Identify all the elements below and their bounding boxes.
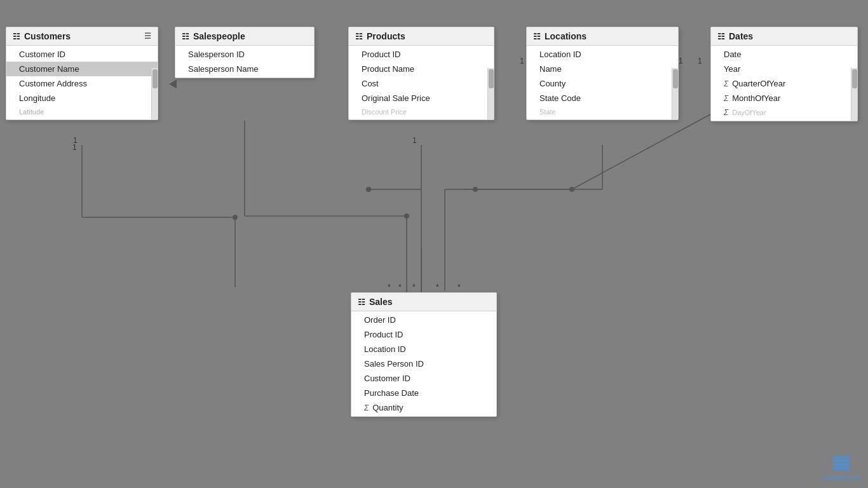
field-label: Location ID (539, 50, 581, 59)
svg-point-34 (404, 214, 409, 219)
table-row[interactable]: Date (711, 47, 857, 62)
sales-table: ☷ Sales Order ID Product ID Location ID … (351, 292, 497, 417)
customers-title: Customers (24, 31, 71, 41)
table-row[interactable]: Σ MonthOfYear (711, 91, 857, 105)
svg-text:*: * (436, 283, 439, 292)
scrollbar-thumb[interactable] (673, 69, 678, 88)
svg-text:1: 1 (412, 136, 417, 145)
field-label: Salesperson ID (188, 50, 245, 59)
field-label: Date (724, 50, 741, 59)
field-label: Product ID (364, 330, 403, 339)
field-label: Cost (362, 79, 379, 88)
svg-point-8 (366, 187, 371, 192)
table-row[interactable]: County (527, 76, 678, 91)
table-row[interactable]: Product Name (349, 62, 494, 76)
table-icon: ☷ (717, 32, 725, 41)
customers-menu-icon[interactable]: ☰ (144, 32, 151, 41)
dates-table-header: ☷ Dates (711, 27, 857, 46)
field-label: Product Name (362, 64, 414, 74)
svg-rect-39 (832, 467, 849, 470)
products-table-header: ☷ Products (349, 27, 494, 46)
field-label: State Code (539, 93, 581, 103)
table-icon: ☷ (182, 32, 189, 41)
svg-point-18 (473, 187, 478, 192)
field-label: State (539, 108, 556, 116)
table-row[interactable]: Salesperson Name (175, 62, 314, 76)
products-table: ☷ Products Product ID Product Name Cost … (348, 27, 494, 120)
field-label: Discount Price (362, 108, 407, 116)
table-row[interactable]: Latitude (6, 105, 158, 118)
table-icon: ☷ (13, 32, 20, 41)
table-row[interactable]: Sales Person ID (351, 356, 496, 371)
table-row[interactable]: Customer Name (6, 62, 158, 76)
salespeople-title: Salespeople (193, 31, 245, 41)
table-row[interactable]: Longitude (6, 91, 158, 105)
table-row[interactable]: Customer ID (351, 371, 496, 386)
salespeople-table-header: ☷ Salespeople (175, 27, 314, 46)
watermark-icon (821, 454, 860, 473)
mouse-cursor (169, 79, 180, 90)
field-label: County (539, 79, 566, 88)
svg-point-5 (234, 287, 236, 288)
locations-table: ☷ Locations Location ID Name County Stat… (526, 27, 679, 120)
customers-table: ☷ Customers ☰ Customer ID Customer Name … (6, 27, 158, 120)
scrollbar-thumb[interactable] (852, 69, 857, 88)
svg-text:1: 1 (679, 57, 683, 65)
table-row[interactable]: Discount Price (349, 105, 494, 118)
svg-text:*: * (412, 283, 416, 292)
table-row[interactable]: Order ID (351, 313, 496, 327)
table-row[interactable]: Salesperson ID (175, 47, 314, 62)
sigma-icon: Σ (724, 108, 728, 117)
sigma-icon: Σ (364, 403, 369, 412)
table-row[interactable]: Name (527, 62, 678, 76)
table-row[interactable]: Customer Address (6, 76, 158, 91)
table-row[interactable]: Customer ID (6, 47, 158, 62)
field-label: Sales Person ID (364, 359, 424, 369)
table-row[interactable]: Product ID (351, 327, 496, 342)
field-label: Customer ID (364, 374, 410, 383)
salespeople-table: ☷ Salespeople Salesperson ID Salesperson… (175, 27, 315, 78)
locations-title: Locations (545, 31, 587, 41)
svg-line-24 (572, 114, 710, 189)
table-row[interactable]: Location ID (527, 47, 678, 62)
svg-text:1: 1 (72, 143, 77, 152)
field-label: Longitude (19, 93, 55, 103)
scrollbar-thumb[interactable] (489, 69, 494, 88)
dates-title: Dates (729, 31, 753, 41)
table-row[interactable]: Σ QuarterOfYear (711, 76, 857, 91)
field-label: Customer ID (19, 50, 65, 59)
table-row[interactable]: State (527, 105, 678, 118)
scrollbar-thumb[interactable] (153, 69, 158, 88)
field-label: MonthOfYear (732, 93, 780, 103)
table-icon: ☷ (533, 32, 541, 41)
table-row[interactable]: Year (711, 62, 857, 76)
scrollbar-track[interactable] (151, 68, 158, 119)
svg-text:*: * (398, 283, 402, 292)
table-row[interactable]: Original Sale Price (349, 91, 494, 105)
field-label: Order ID (364, 315, 396, 325)
table-row[interactable]: Location ID (351, 342, 496, 356)
sigma-icon: Σ (724, 94, 728, 103)
svg-text:1: 1 (73, 136, 78, 145)
table-row[interactable]: Purchase Date (351, 386, 496, 400)
customers-table-header: ☷ Customers ☰ (6, 27, 158, 46)
scrollbar-track[interactable] (487, 68, 494, 119)
svg-text:1: 1 (520, 57, 524, 65)
watermark-text: SUMERSIVE (821, 474, 860, 480)
table-icon: ☷ (358, 297, 365, 307)
watermark: SUMERSIVE (821, 454, 860, 480)
table-row[interactable]: Cost (349, 76, 494, 91)
scrollbar-track[interactable] (672, 68, 678, 119)
table-row[interactable]: Σ Quantity (351, 400, 496, 415)
svg-point-3 (233, 215, 238, 220)
locations-table-header: ☷ Locations (527, 27, 678, 46)
sales-table-header: ☷ Sales (351, 293, 496, 311)
field-label: Salesperson Name (188, 64, 259, 74)
field-label: DayOfYear (732, 109, 766, 116)
table-row[interactable]: Product ID (349, 47, 494, 62)
svg-text:*: * (388, 283, 391, 292)
scrollbar-track[interactable] (851, 68, 857, 121)
table-row[interactable]: Σ DayOfYear (711, 105, 857, 119)
field-label: Original Sale Price (362, 93, 430, 103)
table-row[interactable]: State Code (527, 91, 678, 105)
